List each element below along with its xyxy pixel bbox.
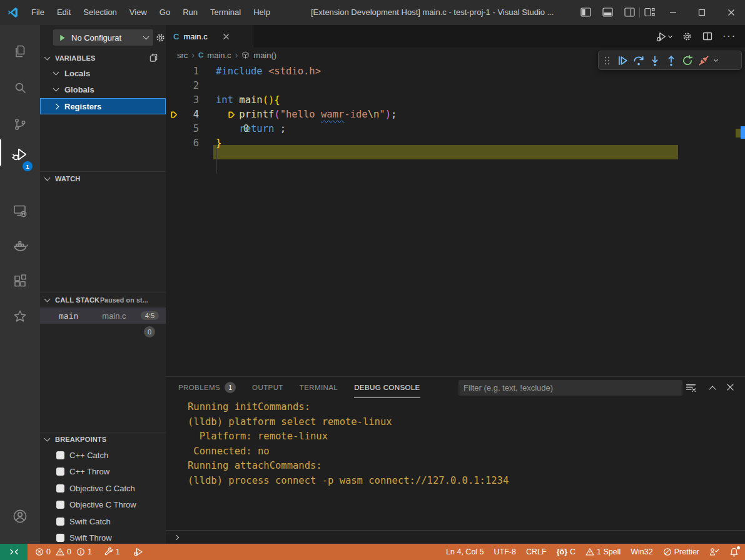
checkbox[interactable] bbox=[56, 484, 64, 492]
bottom-panel: PROBLEMS 1 OUTPUT TERMINAL DEBUG CONSOLE… bbox=[166, 376, 745, 544]
checkbox[interactable] bbox=[56, 468, 64, 476]
debug-config-dropdown[interactable]: No Configurat bbox=[53, 29, 153, 46]
c-file-icon: C bbox=[173, 32, 179, 41]
start-debug-icon[interactable] bbox=[58, 34, 66, 42]
toggle-secondary-sidebar-icon[interactable] bbox=[624, 8, 635, 17]
menu-help[interactable]: Help bbox=[247, 0, 276, 25]
feedback-icon[interactable] bbox=[709, 548, 719, 556]
breadcrumb-file[interactable]: main.c bbox=[207, 51, 231, 60]
editor-settings-gear-icon[interactable] bbox=[682, 31, 692, 42]
tools-icon bbox=[104, 548, 113, 556]
clear-console-icon[interactable] bbox=[686, 382, 696, 393]
overview-ruler-info-mark bbox=[741, 126, 745, 139]
debug-console-input[interactable] bbox=[166, 530, 745, 544]
cursor-position[interactable]: Ln 4, Col 5 bbox=[446, 548, 484, 556]
tab-output[interactable]: OUTPUT bbox=[252, 377, 283, 398]
continue-icon[interactable] bbox=[617, 55, 628, 66]
code-token: <stdio.h> bbox=[268, 66, 321, 77]
step-into-icon[interactable] bbox=[649, 55, 661, 66]
source-control-icon[interactable] bbox=[0, 109, 40, 139]
close-panel-icon[interactable] bbox=[726, 383, 734, 391]
checkbox[interactable] bbox=[56, 534, 64, 542]
console-prompt-icon bbox=[174, 535, 179, 540]
variables-scope-registers[interactable]: Registers bbox=[40, 98, 166, 114]
platform-indicator[interactable]: Win32 bbox=[631, 548, 652, 556]
code-token: ) bbox=[385, 109, 391, 120]
extensions-icon[interactable] bbox=[0, 266, 40, 296]
language-mode[interactable]: {ӧ} C bbox=[557, 548, 575, 556]
variables-scope-locals[interactable]: Locals bbox=[40, 65, 166, 81]
gripper-icon[interactable] bbox=[603, 56, 612, 66]
account-icon[interactable] bbox=[0, 501, 40, 531]
menu-run[interactable]: Run bbox=[176, 0, 204, 25]
breakpoints-section-header[interactable]: BREAKPOINTS bbox=[40, 432, 166, 446]
code-area[interactable]: 1 #include <stdio.h> 2 3 int main(){ 4 p… bbox=[166, 62, 745, 376]
debug-console-output[interactable]: Running initCommands: (lldb) platform se… bbox=[188, 400, 509, 488]
breakpoint-objc-catch[interactable]: Objective C Catch bbox=[40, 480, 166, 496]
close-window-button[interactable] bbox=[717, 0, 745, 25]
restart-icon[interactable] bbox=[682, 55, 693, 66]
breadcrumb-src[interactable]: src bbox=[177, 51, 188, 60]
minimize-button[interactable] bbox=[659, 0, 687, 25]
breakpoint-objc-throw[interactable]: Objective C Throw bbox=[40, 496, 166, 512]
notifications-bell[interactable] bbox=[729, 548, 739, 557]
breakpoint-swift-catch[interactable]: Swift Catch bbox=[40, 513, 166, 529]
error-icon bbox=[35, 548, 44, 556]
docker-icon[interactable] bbox=[0, 231, 40, 261]
spell-indicator[interactable]: 1 Spell bbox=[585, 548, 621, 556]
menu-selection[interactable]: Selection bbox=[77, 0, 123, 25]
copy-icon[interactable] bbox=[149, 53, 158, 62]
tab-main-c[interactable]: C main.c bbox=[166, 25, 253, 48]
chevron-down-icon[interactable] bbox=[714, 58, 718, 62]
run-or-debug-icon[interactable] bbox=[656, 31, 672, 42]
tab-problems[interactable]: PROBLEMS 1 bbox=[178, 377, 236, 398]
maximize-panel-icon[interactable] bbox=[710, 385, 715, 392]
variables-scope-globals[interactable]: Globals bbox=[40, 81, 166, 98]
formatter-indicator[interactable]: Prettier bbox=[663, 548, 699, 556]
run-and-debug-icon[interactable] bbox=[0, 139, 40, 169]
breakpoint-cpp-catch[interactable]: C++ Catch bbox=[40, 447, 166, 463]
code-token: printf bbox=[239, 109, 274, 120]
debug-status-indicator[interactable] bbox=[134, 548, 143, 556]
checkbox[interactable] bbox=[56, 518, 64, 526]
toggle-primary-sidebar-icon[interactable] bbox=[580, 8, 591, 17]
breakpoint-cpp-throw[interactable]: C++ Throw bbox=[40, 463, 166, 479]
explorer-icon[interactable] bbox=[0, 36, 40, 66]
variables-section-header[interactable]: VARIABLES bbox=[40, 51, 166, 65]
remote-indicator[interactable] bbox=[0, 544, 28, 560]
search-icon[interactable] bbox=[0, 72, 40, 102]
checkbox[interactable] bbox=[56, 501, 64, 509]
split-editor-icon[interactable] bbox=[702, 31, 712, 41]
vscode-logo-icon bbox=[0, 6, 25, 19]
stack-frame-row[interactable]: main main.c 4:5 bbox=[40, 308, 166, 324]
watch-section-header[interactable]: WATCH bbox=[40, 171, 166, 185]
menu-edit[interactable]: Edit bbox=[51, 0, 77, 25]
more-actions-icon[interactable]: ··· bbox=[722, 33, 736, 39]
close-tab-icon[interactable] bbox=[223, 33, 230, 40]
console-filter-input[interactable] bbox=[459, 380, 682, 396]
menu-go[interactable]: Go bbox=[153, 0, 176, 25]
step-out-icon[interactable] bbox=[666, 55, 677, 66]
launch-settings-gear-icon[interactable] bbox=[155, 32, 166, 43]
breadcrumb-symbol[interactable]: main() bbox=[253, 51, 276, 60]
star-icon[interactable] bbox=[0, 301, 40, 331]
chevron-down-icon bbox=[143, 34, 150, 40]
maximize-button[interactable] bbox=[688, 0, 716, 25]
callstack-section-header[interactable]: CALL STACK Paused on st... bbox=[40, 292, 166, 306]
menu-file[interactable]: File bbox=[25, 0, 51, 25]
customize-layout-icon[interactable] bbox=[644, 8, 655, 17]
encoding-indicator[interactable]: UTF-8 bbox=[494, 548, 516, 556]
tools-indicator[interactable]: 1 bbox=[104, 548, 120, 556]
eol-indicator[interactable]: CRLF bbox=[526, 548, 547, 556]
tab-terminal[interactable]: TERMINAL bbox=[300, 377, 338, 398]
problems-indicator[interactable]: 0 0 1 bbox=[35, 548, 92, 556]
checkbox[interactable] bbox=[56, 451, 64, 459]
toggle-panel-icon[interactable] bbox=[602, 8, 613, 17]
tab-debug-console[interactable]: DEBUG CONSOLE bbox=[354, 377, 420, 398]
disconnect-icon[interactable] bbox=[698, 55, 709, 66]
menu-view[interactable]: View bbox=[123, 0, 153, 25]
notification-dot bbox=[737, 546, 740, 549]
remote-explorer-icon[interactable] bbox=[0, 196, 40, 226]
step-over-icon[interactable] bbox=[633, 55, 644, 66]
menu-terminal[interactable]: Terminal bbox=[204, 0, 247, 25]
